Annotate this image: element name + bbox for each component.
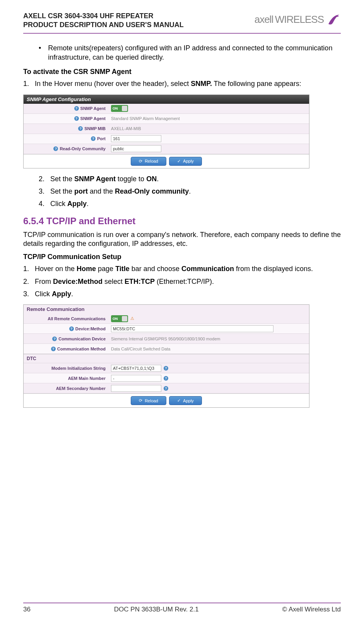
check-icon: ✓	[177, 398, 181, 403]
help-icon[interactable]: ?	[164, 386, 168, 391]
snmp-agent-value: Standard SNMP Alarm Management	[109, 115, 309, 122]
activate-heading: To activate the CSR SNMP Agent	[23, 68, 341, 76]
modem-init-input[interactable]	[111, 365, 161, 372]
reload-icon: ⟳	[139, 398, 142, 403]
help-icon[interactable]: ?	[91, 136, 96, 141]
copyright: © Axell Wireless Ltd	[282, 606, 341, 613]
help-icon[interactable]: ?	[74, 106, 79, 111]
apply-button[interactable]: ✓Apply	[169, 396, 202, 405]
tcpip-step-2: 2. From Device:Method select ETH:TCP (Et…	[23, 277, 341, 286]
aem-main-input[interactable]	[111, 375, 161, 382]
comm-method-value: Data Call/Circuit Switched Data	[109, 345, 309, 352]
header-line1: AXELL CSR 3604-3304 UHF REPEATER	[23, 12, 184, 21]
section-654-heading: 6.5.4 TCP/IP and Ethernet	[23, 216, 341, 227]
help-icon[interactable]: ?	[164, 376, 168, 381]
check-icon: ✓	[177, 159, 181, 164]
help-icon[interactable]: ?	[164, 366, 168, 371]
bullet-item: • Remote units(repeaters) configured wit…	[39, 43, 341, 62]
bullet-icon: •	[39, 43, 41, 62]
step-3: 3. Set the port and the Read-Only commun…	[23, 187, 341, 196]
page-number: 36	[23, 606, 31, 613]
aem-secondary-input[interactable]	[111, 385, 161, 392]
all-remote-toggle[interactable]: ON	[111, 315, 128, 322]
step-2: 2. Set the SNMP Agent toggle to ON.	[23, 174, 341, 184]
tcpip-setup-heading: TCP/IP Communication Setup	[23, 253, 341, 261]
reload-icon: ⟳	[139, 159, 142, 164]
help-icon[interactable]: ?	[51, 347, 56, 351]
axell-logo: axell WIRELESS	[255, 12, 341, 27]
swirl-icon	[325, 12, 341, 27]
step-4: 4. Click Apply.	[23, 199, 341, 208]
apply-button[interactable]: ✓Apply	[169, 157, 202, 166]
snmp-panel-title: SNMP Agent Configuration	[24, 95, 309, 104]
help-icon[interactable]: ?	[53, 146, 58, 151]
remote-comm-screenshot: Remote Communication All Remote Communic…	[23, 304, 309, 408]
tcpip-step-1: 1. Hover on the Home page Title bar and …	[23, 264, 341, 273]
help-icon[interactable]: ?	[52, 337, 57, 341]
remote-comm-title: Remote Communication	[24, 305, 309, 314]
bullet-text: Remote units(repeaters) configured with …	[48, 43, 341, 62]
readonly-community-input[interactable]	[111, 145, 161, 152]
reload-button[interactable]: ⟳Reload	[131, 396, 166, 405]
tcpip-step-3: 3. Click Apply.	[23, 289, 341, 299]
page-header: AXELL CSR 3604-3304 UHF REPEATER PRODUCT…	[23, 12, 341, 34]
help-icon[interactable]: ?	[69, 326, 74, 331]
device-method-select[interactable]	[111, 325, 273, 332]
help-icon[interactable]: ?	[78, 126, 83, 131]
dtc-header: DTC	[24, 354, 309, 363]
warning-icon: ⚠	[130, 316, 136, 321]
reload-button[interactable]: ⟳Reload	[131, 157, 166, 166]
help-icon[interactable]: ?	[74, 116, 79, 121]
logo-sub: WIRELESS	[275, 14, 324, 25]
tcpip-paragraph: TCP/IP communication is run over a compa…	[23, 230, 341, 249]
logo-main: axell	[255, 14, 273, 25]
page-footer: 36 DOC PN 3633B-UM Rev. 2.1 © Axell Wire…	[23, 603, 341, 613]
step-number: 1.	[23, 79, 35, 88]
snmp-mib-value: AXELL-AM-MIB	[109, 125, 309, 132]
doc-revision: DOC PN 3633B-UM Rev. 2.1	[114, 606, 199, 613]
snmp-config-screenshot: SNMP Agent Configuration ?SNMP Agent ON …	[23, 94, 309, 168]
port-input[interactable]	[111, 135, 161, 142]
header-title: AXELL CSR 3604-3304 UHF REPEATER PRODUCT…	[23, 12, 184, 30]
comm-device-value: Siemens Internal GSM/GPRS 950/900/1800/1…	[109, 335, 309, 342]
snmp-agent-toggle[interactable]: ON	[111, 105, 128, 112]
header-line2: PRODUCT DESCRIPTION AND USER'S MANUAL	[23, 21, 184, 29]
step-1: 1. In the Hover menu (hover over the hea…	[23, 79, 341, 88]
